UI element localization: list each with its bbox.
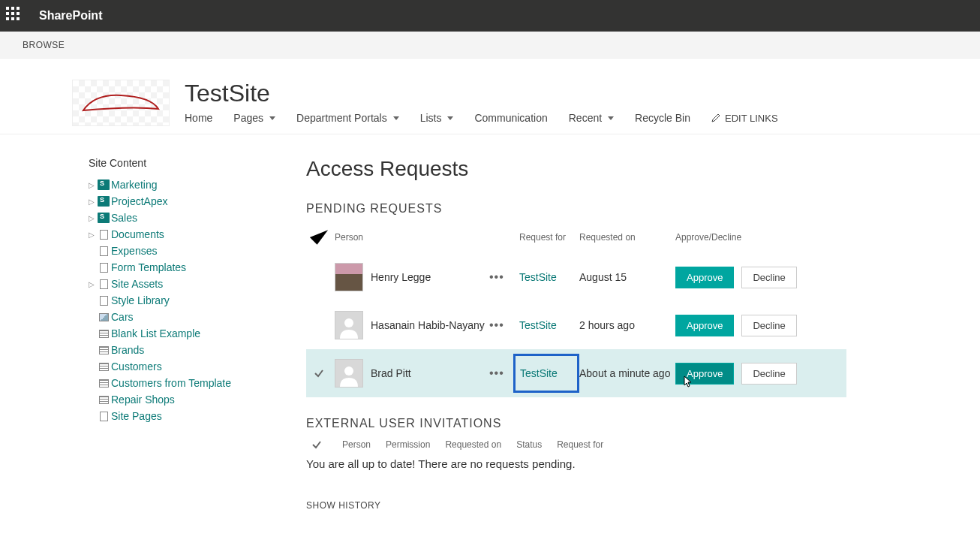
pending-table-header: Person Request for Requested on Approve/… — [306, 222, 846, 253]
pencil-icon — [711, 113, 720, 122]
expand-icon[interactable]: ▷ — [89, 198, 96, 206]
site-logo[interactable] — [72, 80, 170, 126]
topnav-item-recycle-bin[interactable]: Recycle Bin — [635, 112, 690, 124]
sidebar-item-label[interactable]: Site Assets — [111, 278, 163, 290]
sidebar-item-form-templates[interactable]: Form Templates — [89, 259, 261, 276]
suite-bar: SharePoint — [0, 0, 980, 32]
sidebar-item-label[interactable]: Cars — [111, 311, 134, 323]
doc-icon — [98, 295, 110, 306]
requested-on: About a minute ago — [579, 367, 675, 379]
ext-select-all[interactable] — [306, 439, 327, 450]
sidebar-item-blank-list-example[interactable]: Blank List Example — [89, 325, 261, 342]
sidebar-item-cars[interactable]: Cars — [89, 309, 261, 325]
sidebar-item-label[interactable]: Sales — [111, 212, 137, 224]
product-name: SharePoint — [39, 9, 102, 23]
sidebar-item-label[interactable]: Style Library — [111, 294, 170, 306]
pending-row[interactable]: Brad Pitt•••TestSiteAbout a minute agoAp… — [306, 349, 846, 397]
chevron-down-icon — [393, 116, 399, 120]
decline-button[interactable]: Decline — [741, 363, 796, 385]
pending-row[interactable]: Hasanain Habib-Nayany•••TestSite2 hours … — [306, 301, 846, 349]
chevron-down-icon — [608, 116, 614, 120]
sp-icon — [98, 179, 110, 190]
site-title: TestSite — [185, 80, 957, 107]
sidebar-item-documents[interactable]: ▷Documents — [89, 226, 261, 243]
expand-icon[interactable]: ▷ — [89, 214, 96, 222]
sidebar-item-label[interactable]: ProjectApex — [111, 195, 167, 207]
sp-icon — [98, 196, 110, 207]
sidebar-item-label[interactable]: Repair Shops — [111, 394, 175, 406]
request-for-link[interactable]: TestSite — [519, 319, 557, 331]
topnav-item-recent[interactable]: Recent — [569, 112, 614, 124]
list-icon — [98, 378, 110, 388]
sidebar-item-expenses[interactable]: Expenses — [89, 243, 261, 259]
col-request-for: Request for — [519, 232, 579, 243]
sidebar-item-style-library[interactable]: Style Library — [89, 292, 261, 309]
sidebar-item-label[interactable]: Marketing — [111, 179, 157, 191]
requested-on: 2 hours ago — [579, 319, 675, 331]
sidebar-item-brands[interactable]: Brands — [89, 342, 261, 358]
col-approve-decline: Approve/Decline — [675, 232, 846, 243]
topnav-label: Lists — [420, 112, 442, 124]
topnav-item-department-portals[interactable]: Department Portals — [296, 112, 399, 124]
sidebar-item-repair-shops[interactable]: Repair Shops — [89, 391, 261, 408]
sidebar-item-sales[interactable]: ▷Sales — [89, 210, 261, 226]
request-for-link[interactable]: TestSite — [519, 271, 557, 283]
list-icon — [98, 394, 110, 405]
row-check[interactable] — [306, 368, 332, 379]
content-area: Site Content ▷Marketing▷ProjectApex▷Sale… — [0, 134, 980, 533]
person-name: Brad Pitt — [371, 367, 411, 379]
main: Access Requests PENDING REQUESTS Person … — [306, 157, 846, 511]
decline-button[interactable]: Decline — [741, 315, 796, 336]
show-history-link[interactable]: SHOW HISTORY — [306, 500, 846, 511]
expand-icon[interactable]: ▷ — [89, 181, 96, 189]
ellipsis-icon[interactable]: ••• — [489, 270, 504, 283]
doc-icon — [98, 246, 110, 256]
external-section-title: EXTERNAL USER INVITATIONS — [306, 417, 846, 430]
sidebar-item-label[interactable]: Site Pages — [111, 410, 162, 422]
sidebar-item-site-assets[interactable]: ▷Site Assets — [89, 276, 261, 292]
sidebar-item-label[interactable]: Expenses — [111, 245, 157, 257]
doc-icon — [98, 279, 110, 289]
avatar — [335, 311, 363, 339]
person-name: Henry Legge — [371, 271, 431, 283]
expand-icon[interactable]: ▷ — [89, 231, 96, 239]
list-icon — [98, 328, 110, 339]
topnav-item-communication[interactable]: Communication — [474, 112, 547, 124]
approve-button[interactable]: Approve — [675, 363, 734, 385]
sidebar-item-label[interactable]: Form Templates — [111, 261, 186, 273]
sidebar-item-projectapex[interactable]: ▷ProjectApex — [89, 193, 261, 210]
ellipsis-icon[interactable]: ••• — [489, 366, 504, 379]
topnav-label: Recent — [569, 112, 602, 124]
topnav-item-home[interactable]: Home — [185, 112, 212, 124]
topnav-label: Home — [185, 112, 212, 124]
edit-links-label: EDIT LINKS — [725, 113, 778, 124]
sidebar-item-label[interactable]: Brands — [111, 344, 144, 356]
approve-button[interactable]: Approve — [675, 315, 734, 336]
ext-col-status: Status — [516, 439, 542, 450]
sidebar-item-marketing[interactable]: ▷Marketing — [89, 176, 261, 193]
svg-point-1 — [344, 366, 353, 376]
pending-row[interactable]: Henry Legge•••TestSiteAugust 15ApproveDe… — [306, 253, 846, 301]
topnav-item-lists[interactable]: Lists — [420, 112, 454, 124]
sidebar-item-label[interactable]: Blank List Example — [111, 327, 200, 339]
sidebar-item-label[interactable]: Documents — [111, 228, 164, 240]
person-name: Hasanain Habib-Nayany — [371, 319, 485, 331]
ext-col-requested-on: Requested on — [445, 439, 501, 450]
sidebar-item-label[interactable]: Customers from Template — [111, 377, 231, 389]
select-all-check[interactable] — [306, 225, 332, 250]
sidebar-item-customers[interactable]: Customers — [89, 358, 261, 375]
site-header: TestSite HomePagesDepartment PortalsList… — [0, 59, 980, 134]
sidebar-item-site-pages[interactable]: Site Pages — [89, 408, 261, 424]
app-launcher-icon[interactable] — [6, 7, 24, 25]
topnav-item-pages[interactable]: Pages — [233, 112, 275, 124]
ribbon-tab-browse[interactable]: BROWSE — [23, 40, 65, 50]
request-for-link[interactable]: TestSite — [520, 367, 558, 379]
expand-icon[interactable]: ▷ — [89, 280, 96, 288]
sidebar-item-label[interactable]: Customers — [111, 360, 162, 373]
decline-button[interactable]: Decline — [741, 267, 796, 288]
sidebar-item-customers-from-template[interactable]: Customers from Template — [89, 375, 261, 391]
approve-button[interactable]: Approve — [675, 267, 734, 288]
ellipsis-icon[interactable]: ••• — [489, 318, 504, 331]
edit-links-button[interactable]: EDIT LINKS — [711, 113, 778, 124]
topnav-label: Pages — [233, 112, 263, 124]
